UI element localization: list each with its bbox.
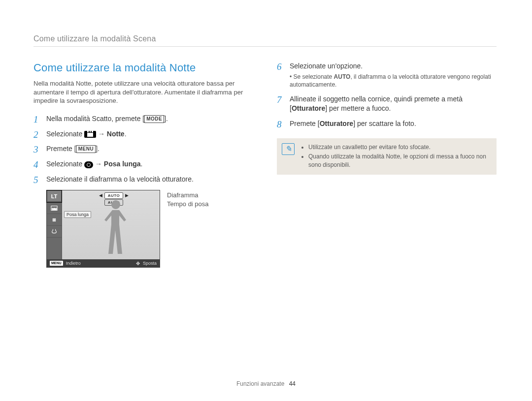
- menu-icon: MENU: [76, 145, 96, 153]
- svg-rect-2: [89, 131, 90, 132]
- step-text: Selezionate: [46, 160, 84, 168]
- step-8: Premete [Otturatore] per scattare la fot…: [277, 119, 497, 128]
- step-bold: Notte: [107, 130, 125, 138]
- step-6-sub: Se selezionate AUTO, il diaframma o la v…: [290, 73, 497, 89]
- step-bold: Otturatore: [292, 104, 325, 112]
- lcd-move-label: Sposta: [143, 261, 157, 266]
- step-text: →: [98, 130, 107, 138]
- lcd-sidebar: LT 16M: [47, 190, 62, 259]
- note-item: Utilizzate un cavalletto per evitare fot…: [308, 143, 490, 152]
- camera-lcd: LT 16M ◀AUTO▶ AUTO Posa lunga: [46, 190, 160, 268]
- step-text: Selezionate: [46, 130, 84, 138]
- step-text: Premete [: [46, 145, 76, 153]
- svg-point-7: [54, 219, 55, 220]
- auto-pill: AUTO: [104, 192, 124, 199]
- section-header: Come utilizzare la modalità Scena: [33, 34, 497, 47]
- step-bold: Posa lunga: [104, 160, 141, 168]
- lcd-illustration-group: LT 16M ◀AUTO▶ AUTO Posa lunga: [46, 190, 253, 268]
- menu-chip-icon: MENU: [50, 261, 63, 266]
- step-text: .: [141, 160, 143, 168]
- step-text: ].: [96, 145, 100, 153]
- svg-rect-1: [87, 131, 93, 132]
- step-text: Se selezionate: [294, 73, 334, 80]
- step-bold: AUTO: [334, 73, 351, 80]
- step-3: Premete [MENU].: [33, 144, 253, 154]
- lcd-main: ◀AUTO▶ AUTO Posa lunga: [62, 190, 160, 259]
- note-box: ✎ Utilizzate un cavalletto per evitare f…: [277, 138, 497, 175]
- lcd-size-icon: 16M: [47, 202, 62, 214]
- steps-right-list: Selezionate un'opzione. Se selezionate A…: [277, 62, 497, 128]
- step-bold: Otturatore: [320, 120, 353, 127]
- footer-page-number: 44: [289, 380, 296, 387]
- camera-icon: [84, 161, 93, 168]
- step-text: Selezionate il diaframma o la velocità o…: [46, 175, 194, 183]
- lcd-focus-icon: [47, 214, 62, 226]
- step-text: Selezionate un'opzione.: [290, 62, 363, 70]
- step-text: →: [95, 160, 104, 168]
- dpad-icon: ✥: [136, 261, 140, 266]
- step-2: Selezionate → Notte.: [33, 129, 253, 139]
- svg-rect-3: [91, 131, 92, 132]
- callout-aperture: Diaframma: [167, 191, 209, 200]
- step-text: ].: [164, 115, 168, 123]
- lcd-lt-badge: LT: [47, 190, 62, 202]
- silhouette-icon: [99, 200, 133, 259]
- steps-left-list: Nella modalità Scatto, premete [MODE]. S…: [33, 114, 253, 184]
- right-column: Selezionate un'opzione. Se selezionate A…: [277, 62, 497, 268]
- lcd-mode-label: Posa lunga: [64, 211, 91, 218]
- step-7: Allineate il soggetto nella cornice, qui…: [277, 94, 497, 113]
- note-icon: ✎: [282, 143, 295, 155]
- footer-text: Funzioni avanzate: [236, 380, 284, 387]
- svg-rect-0: [87, 133, 93, 137]
- svg-text:16M: 16M: [52, 207, 57, 210]
- callout-shutter: Tempo di posa: [167, 200, 209, 209]
- step-4: Selezionate → Posa lunga.: [33, 159, 253, 169]
- step-6: Selezionate un'opzione. Se selezionate A…: [277, 62, 497, 89]
- lcd-stabilizer-icon: [47, 226, 62, 238]
- lcd-row-aperture: ◀AUTO▶: [76, 192, 152, 199]
- left-arrow-icon: ◀: [99, 193, 102, 198]
- step-text: Nella modalità Scatto, premete [: [46, 115, 144, 123]
- step-text: ] per scattare la foto.: [353, 120, 416, 127]
- step-text: .: [125, 130, 127, 138]
- lcd-footer: MENU Indietro ✥ Sposta: [47, 259, 160, 267]
- left-column: Come utilizzare la modalità Notte Nella …: [33, 62, 253, 268]
- step-1: Nella modalità Scatto, premete [MODE].: [33, 114, 253, 123]
- intro-text: Nella modalità Notte, potete utilizzare …: [33, 79, 253, 105]
- step-5: Selezionate il diaframma o la velocità o…: [33, 175, 253, 184]
- note-item: Quando utilizzate la modalità Notte, le …: [308, 153, 490, 169]
- page-title: Come utilizzare la modalità Notte: [33, 62, 253, 74]
- page-footer: Funzioni avanzate 44: [0, 380, 532, 387]
- step-text: ] per mettere a fuoco.: [325, 104, 391, 112]
- step-text: Premete [: [290, 120, 320, 127]
- scn-icon: [84, 131, 96, 138]
- right-arrow-icon: ▶: [125, 193, 129, 198]
- lcd-back-label: Indietro: [66, 261, 81, 266]
- mode-icon: MODE: [144, 115, 164, 123]
